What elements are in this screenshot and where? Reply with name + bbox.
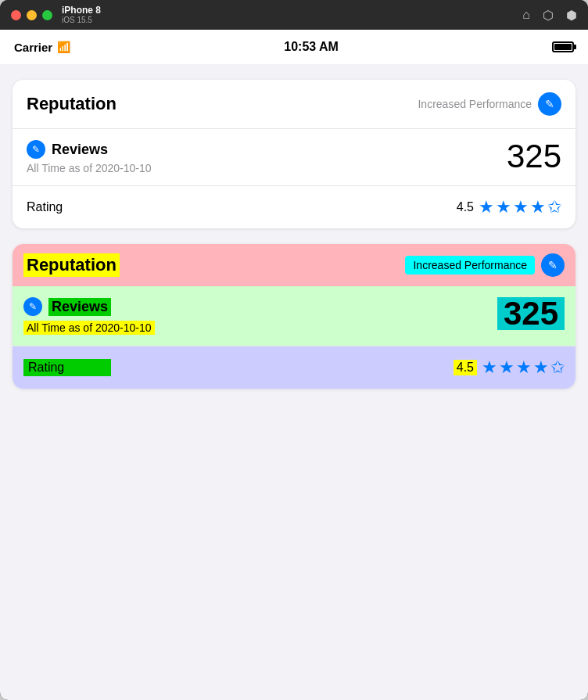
title-bar-icons: ⌂ ⬡ ⬢ [522,8,577,23]
battery-fill [554,44,572,50]
battery-indicator [552,41,574,52]
minimize-button[interactable] [27,10,37,20]
star-2: ★ [496,197,511,217]
card1-reviews-icon: ✎ [27,140,45,159]
card2-reviews-subtitle: All Time as of 2020-10-10 [23,321,155,335]
card1-rating-section: Rating 4.5 ★ ★ ★ ★ ✩ [13,186,575,228]
card2-rating-value: 4.5 [454,360,477,375]
device-info: iPhone 8 iOS 15.5 [62,5,101,25]
card1-edit-button[interactable]: ✎ [538,92,561,116]
card2-rating-label: Rating [23,359,111,376]
card1-header: Reputation Increased Performance ✎ [13,80,575,129]
phone-screen: Carrier 📶 10:53 AM Reputation Increased … [0,30,588,700]
card2-title: Reputation [23,253,120,277]
screen-icon[interactable]: ⬢ [566,8,577,23]
card2-star-4: ★ [533,357,549,378]
star-1: ★ [479,197,494,217]
card2-edit-button[interactable]: ✎ [541,253,565,277]
star-3: ★ [513,197,529,217]
card1-rating-right: 4.5 ★ ★ ★ ★ ✩ [457,197,561,217]
fullscreen-button[interactable] [42,10,52,20]
card2-edit-icon: ✎ [548,259,558,271]
title-bar: iPhone 8 iOS 15.5 ⌂ ⬡ ⬢ [0,0,588,30]
star-4: ★ [530,197,546,217]
card1-title: Reputation [27,94,117,114]
card2-star-3: ★ [516,357,532,378]
close-button[interactable] [11,10,21,20]
card2-performance-label: Increased Performance [405,256,535,275]
card2-header-right: Increased Performance ✎ [405,253,565,277]
card1-reviews-left: ✎ Reviews All Time as of 2020-10-10 [27,140,152,174]
carrier-label: Carrier [14,41,52,54]
card1-reviews-subtitle: All Time as of 2020-10-10 [27,162,152,174]
star-5-half: ✩ [547,197,561,217]
card1-rating-label: Rating [27,200,63,214]
device-name: iPhone 8 [62,5,101,16]
content-area: Reputation Increased Performance ✎ ✎ [0,64,588,700]
card2-star-1: ★ [482,357,497,378]
card1-reviews-title-row: ✎ Reviews [27,140,152,159]
wifi-icon: 📶 [57,41,70,53]
card1-reviews-title: Reviews [52,142,108,158]
card2-reviews-left: ✎ Reviews All Time as of 2020-10-10 [23,297,155,335]
traffic-lights [11,10,52,20]
card2-header: Reputation Increased Performance ✎ [13,244,575,286]
battery-icon [552,41,574,52]
card2-star-2: ★ [499,357,514,378]
card2-rating-section: Rating 4.5 ★ ★ ★ ★ ✩ [13,346,575,389]
card1-reviews-section: ✎ Reviews All Time as of 2020-10-10 325 [13,129,575,186]
card1-header-right: Increased Performance ✎ [418,92,561,116]
card1-stars: ★ ★ ★ ★ ✩ [479,197,561,217]
home-icon[interactable]: ⌂ [522,8,530,22]
card2-reviews-title: Reviews [48,298,111,316]
camera-icon[interactable]: ⬡ [543,8,554,23]
card2-reviews-section: ✎ Reviews All Time as of 2020-10-10 325 [13,286,575,346]
device-ios: iOS 15.5 [62,16,101,25]
card2-rating-right: 4.5 ★ ★ ★ ★ ✩ [454,357,565,378]
card1-rating-value: 4.5 [457,200,474,214]
time-display: 10:53 AM [284,40,339,54]
card1-reviews-count: 325 [507,140,561,173]
simulator-window: iPhone 8 iOS 15.5 ⌂ ⬡ ⬢ Carrier 📶 10:53 … [0,0,588,700]
card-highlighted: Reputation Increased Performance ✎ ✎ [13,244,575,389]
card2-reviews-title-row: ✎ Reviews [23,297,155,316]
card2-reviews-icon: ✎ [23,297,42,316]
card2-star-5-half: ✩ [550,357,565,378]
card2-reviews-count: 325 [497,297,565,330]
card2-stars: ★ ★ ★ ★ ✩ [482,357,565,378]
status-left: Carrier 📶 [14,41,70,54]
status-bar: Carrier 📶 10:53 AM [0,30,588,64]
card-normal: Reputation Increased Performance ✎ ✎ [13,80,575,228]
card1-edit-icon: ✎ [545,98,554,110]
card1-performance-label: Increased Performance [418,98,532,110]
